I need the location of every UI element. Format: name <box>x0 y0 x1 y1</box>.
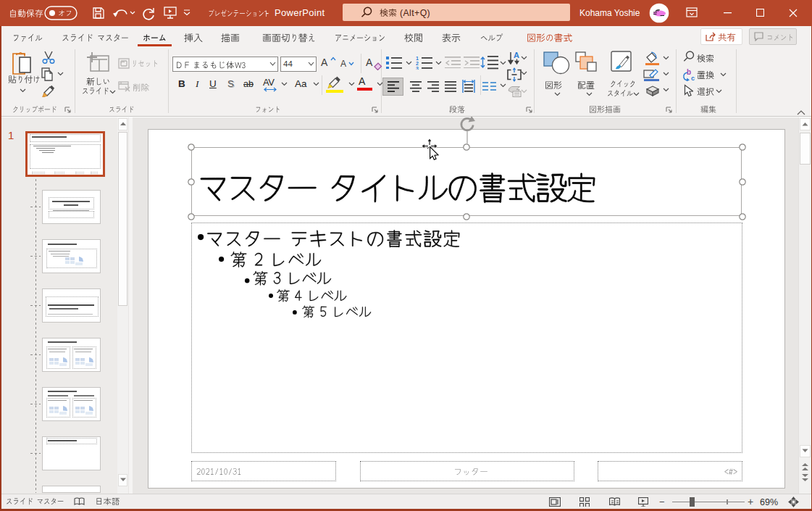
svg-text:A: A <box>514 51 519 59</box>
svg-text:c: c <box>691 75 695 81</box>
svg-text:2: 2 <box>416 61 419 66</box>
svg-text:1: 1 <box>416 56 419 61</box>
svg-text:3: 3 <box>416 66 419 70</box>
